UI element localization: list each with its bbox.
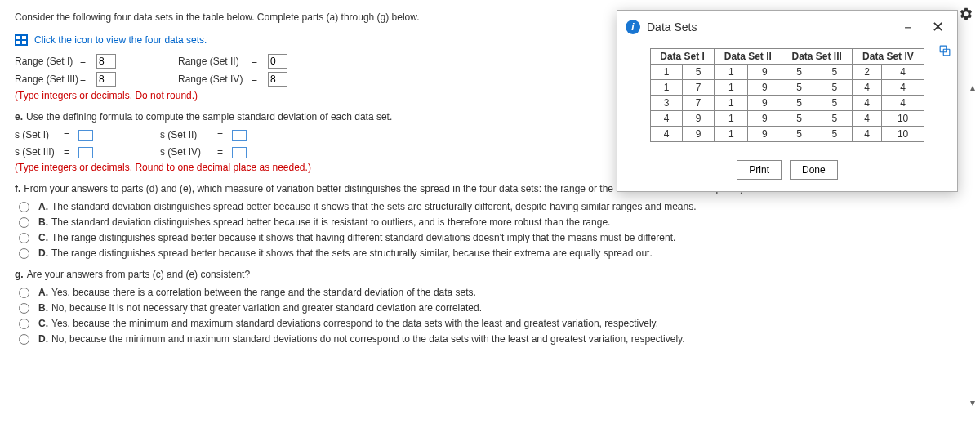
table-cell: 1: [715, 96, 748, 111]
table-cell: 5: [817, 111, 852, 127]
g-option-c-radio[interactable]: [19, 319, 29, 329]
table-cell: 4: [852, 127, 881, 142]
table-cell: 5: [782, 96, 817, 111]
table-cell: 2: [852, 65, 881, 80]
table-cell: 1: [715, 65, 748, 80]
vertical-scrollbar[interactable]: ▴ ▾: [967, 82, 978, 408]
sd-2-label: s (Set II): [160, 129, 217, 140]
table-cell: 1: [651, 65, 683, 80]
equals-sign: =: [217, 129, 232, 140]
done-button[interactable]: Done: [790, 160, 838, 180]
f-option-a-radio[interactable]: [19, 202, 29, 212]
scroll-up-icon[interactable]: ▴: [967, 82, 978, 93]
g-option-d-radio[interactable]: [19, 334, 29, 345]
data-sets-modal: i Data Sets － ✕ Data Set I Data Set II D…: [617, 10, 958, 192]
table-cell: 5: [683, 65, 715, 80]
g-option-b-text: B.No, because it is not necessary that g…: [38, 302, 482, 314]
table-cell: 9: [748, 80, 782, 96]
range-4-input[interactable]: [268, 72, 287, 87]
f-option-b-radio[interactable]: [19, 217, 29, 228]
sd-2-input[interactable]: [232, 130, 247, 141]
sd-1-input[interactable]: [78, 130, 93, 141]
table-cell: 9: [748, 127, 782, 142]
g-option-d-text: D.No, because the minimum and maximum st…: [38, 333, 685, 345]
table-cell: 5: [782, 65, 817, 80]
table-header-1: Data Set I: [651, 49, 715, 65]
minimize-icon[interactable]: －: [896, 17, 920, 37]
equals-sign: =: [252, 74, 268, 85]
range-2-label: Range (Set II): [178, 56, 252, 67]
range-4-label: Range (Set IV): [178, 74, 252, 85]
table-cell: 9: [748, 111, 782, 127]
table-cell: 4: [882, 96, 924, 111]
table-cell: 5: [782, 127, 817, 142]
table-row: 15195524: [651, 65, 924, 80]
table-cell: 9: [748, 96, 782, 111]
table-cell: 4: [852, 80, 881, 96]
sd-1-label: s (Set I): [15, 129, 64, 140]
table-cell: 4: [852, 111, 881, 127]
table-cell: 5: [817, 65, 852, 80]
g-option-c-text: C.Yes, because the minimum and maximum s…: [38, 318, 658, 329]
table-icon: [15, 34, 28, 46]
table-header-3: Data Set III: [782, 49, 852, 65]
table-cell: 5: [782, 80, 817, 96]
table-cell: 5: [817, 80, 852, 96]
table-row: 491955410: [651, 127, 924, 142]
modal-title: Data Sets: [647, 20, 889, 33]
settings-gear-icon[interactable]: [959, 7, 973, 24]
table-cell: 4: [651, 111, 683, 127]
g-option-a-text: A.Yes, because there is a correlation be…: [38, 287, 476, 298]
scroll-down-icon[interactable]: ▾: [967, 397, 978, 408]
table-cell: 9: [683, 111, 715, 127]
g-option-a-radio[interactable]: [19, 288, 29, 298]
table-cell: 4: [882, 65, 924, 80]
table-row: 17195544: [651, 80, 924, 96]
sd-3-input[interactable]: [78, 147, 93, 158]
data-sets-table: Data Set I Data Set II Data Set III Data…: [650, 48, 924, 142]
copy-icon[interactable]: [939, 45, 951, 59]
g-option-b-radio[interactable]: [19, 303, 29, 314]
table-cell: 4: [882, 80, 924, 96]
equals-sign: =: [64, 129, 78, 140]
table-cell: 10: [882, 127, 924, 142]
part-g-prompt: g.Are your answers from parts (c) and (e…: [15, 269, 965, 280]
f-option-d-radio[interactable]: [19, 248, 29, 259]
table-cell: 4: [852, 96, 881, 111]
table-cell: 1: [715, 80, 748, 96]
sd-4-input[interactable]: [232, 147, 247, 158]
info-icon: i: [626, 20, 640, 34]
sd-4-label: s (Set IV): [160, 146, 217, 158]
equals-sign: =: [252, 56, 268, 67]
f-option-b-text: B.The standard deviation distinguishes s…: [38, 216, 610, 228]
range-1-label: Range (Set I): [15, 56, 80, 67]
range-3-label: Range (Set III): [15, 74, 80, 85]
equals-sign: =: [80, 74, 96, 85]
table-cell: 1: [715, 127, 748, 142]
table-cell: 1: [651, 80, 683, 96]
table-cell: 9: [748, 65, 782, 80]
sd-3-label: s (Set III): [15, 146, 64, 158]
view-data-sets-label: Click the icon to view the four data set…: [34, 34, 207, 46]
table-cell: 7: [683, 80, 715, 96]
equals-sign: =: [80, 56, 96, 67]
table-cell: 7: [683, 96, 715, 111]
f-option-c-text: C.The range distinguishes spread better …: [38, 232, 675, 243]
f-option-a-text: A.The standard deviation distinguishes s…: [38, 201, 697, 212]
table-cell: 5: [817, 96, 852, 111]
table-row: 37195544: [651, 96, 924, 111]
table-cell: 1: [715, 111, 748, 127]
equals-sign: =: [64, 146, 78, 158]
range-3-input[interactable]: [96, 72, 116, 87]
table-row: 491955410: [651, 111, 924, 127]
table-cell: 3: [651, 96, 683, 111]
table-header-2: Data Set II: [715, 49, 782, 65]
close-icon[interactable]: ✕: [927, 18, 949, 36]
table-cell: 5: [817, 127, 852, 142]
range-1-input[interactable]: [96, 54, 116, 69]
print-button[interactable]: Print: [737, 160, 782, 180]
table-cell: 5: [782, 111, 817, 127]
f-option-c-radio[interactable]: [19, 233, 29, 243]
equals-sign: =: [217, 146, 232, 158]
range-2-input[interactable]: [268, 54, 287, 69]
